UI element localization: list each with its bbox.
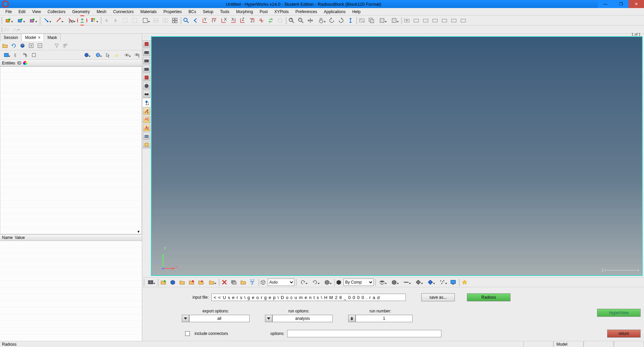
xz-front-tool[interactable]: X [219, 16, 228, 25]
shaded-cube-tool[interactable] [321, 278, 333, 287]
status-cell-model[interactable]: Model [553, 341, 584, 347]
capture5-tool[interactable] [440, 16, 449, 25]
vtool-11[interactable]: ABC [143, 124, 150, 132]
undo-tool[interactable] [297, 278, 309, 287]
color-tool[interactable] [88, 16, 99, 25]
spin-tool[interactable] [276, 16, 284, 25]
diamond2-tool[interactable] [425, 278, 436, 287]
expand-icon[interactable] [28, 42, 35, 49]
comp-folder1-tool[interactable] [159, 278, 168, 287]
run-number-value[interactable]: 1 [356, 315, 413, 322]
system-collector-tool[interactable] [53, 16, 64, 25]
menu-bcs[interactable]: BCs [185, 8, 200, 15]
ppt-tool[interactable]: PPT [65, 16, 76, 25]
yz-left-tool[interactable]: Z [238, 16, 247, 25]
maximize-button[interactable]: ❐ [613, 0, 629, 8]
window-layout-tool[interactable] [140, 16, 151, 25]
filter-icon[interactable] [53, 42, 60, 49]
delete-tool[interactable] [220, 278, 229, 287]
vtool-9[interactable]: 10 [143, 107, 150, 115]
reverse-tool[interactable] [266, 16, 275, 25]
load-collector-tool[interactable] [41, 16, 52, 25]
comp-folder5-tool[interactable] [206, 278, 217, 287]
viewport-3d[interactable]: 1 of 1 Y X Z 2 [151, 36, 643, 276]
tab-session[interactable]: Session [0, 34, 22, 41]
properties-tool[interactable] [27, 16, 38, 25]
options-field[interactable] [287, 330, 441, 337]
status-cell-3[interactable] [584, 341, 614, 347]
zoom-out-tool[interactable]: - [297, 16, 305, 25]
menu-edit[interactable]: Edit [15, 8, 29, 15]
prev-view-tool[interactable] [191, 16, 200, 25]
highlight-tool[interactable] [113, 51, 120, 59]
menu-setup[interactable]: Setup [200, 8, 217, 15]
include-connectors-checkbox[interactable] [185, 331, 190, 336]
wire1-tool[interactable] [376, 278, 388, 287]
minimize-button[interactable]: — [598, 0, 613, 8]
radioss-button[interactable]: Radioss [467, 293, 511, 301]
vtool-1[interactable] [143, 40, 150, 48]
display-copy-tool[interactable] [367, 16, 376, 25]
back-tool[interactable] [102, 16, 111, 25]
fit-tool[interactable] [306, 16, 315, 25]
input-file-field[interactable] [211, 294, 406, 301]
menu-view[interactable]: View [29, 8, 44, 15]
tree2-tool[interactable] [21, 51, 29, 59]
curve2-tool[interactable] [11, 26, 21, 33]
rotate-right-tool[interactable] [337, 16, 345, 25]
wire2-tool[interactable] [388, 278, 400, 287]
hyperview-button[interactable]: HyperView [597, 309, 641, 317]
materials-tool[interactable] [15, 16, 26, 25]
refresh-icon[interactable] [10, 42, 17, 49]
menu-xyplots[interactable]: XYPlots [271, 8, 292, 15]
menu-applications[interactable]: Applications [320, 8, 349, 15]
display-paste-tool[interactable] [376, 16, 388, 25]
grid4-tool[interactable] [170, 16, 179, 25]
vtool-4[interactable] [143, 65, 150, 73]
show-cube2-tool[interactable] [93, 51, 103, 59]
tab-close-icon[interactable]: × [38, 35, 40, 40]
display-options-tool[interactable] [388, 16, 400, 25]
card-tool[interactable] [229, 278, 238, 287]
redo-tool[interactable] [309, 278, 321, 287]
sort-icon[interactable] [62, 42, 69, 49]
renumber-tool[interactable]: 123 [248, 278, 257, 287]
zoom-extents-tool[interactable] [182, 16, 191, 25]
comp-folder3-tool[interactable] [187, 278, 196, 287]
xz-back-tool[interactable]: X [229, 16, 237, 25]
folder-icon[interactable] [1, 42, 9, 49]
vtool-2[interactable] [143, 49, 150, 56]
namevalue-grid[interactable] [0, 241, 142, 341]
return-button[interactable]: return [607, 330, 641, 338]
tree-tool[interactable] [13, 51, 20, 59]
line-style-tool[interactable] [400, 278, 412, 287]
run-options-dropdown[interactable] [265, 315, 272, 322]
curve1-tool[interactable] [3, 26, 10, 33]
comp-cube-tool[interactable] [168, 278, 177, 287]
tree-expand-handle[interactable]: ▾ [136, 229, 142, 234]
vtool-13[interactable] [143, 141, 150, 148]
arrows-v-tool[interactable] [346, 16, 355, 25]
vtool-7[interactable] [143, 91, 150, 98]
capture1-tool[interactable] [402, 16, 411, 25]
yz-right-tool[interactable]: Z [248, 16, 256, 25]
export-options-value[interactable]: all [189, 315, 250, 322]
diamond1-tool[interactable] [413, 278, 424, 287]
split-v-tool[interactable] [161, 16, 170, 25]
page-tool[interactable] [121, 16, 129, 25]
menu-morphing[interactable]: Morphing [233, 8, 256, 15]
rotate-left-tool[interactable] [327, 16, 336, 25]
value-col[interactable]: Value [15, 235, 25, 240]
split-h-tool[interactable] [152, 16, 160, 25]
vtool-10[interactable]: ABC [143, 116, 150, 123]
menu-collectors[interactable]: Collectors [44, 8, 69, 15]
view-mode-tool[interactable] [1, 51, 11, 59]
run-number-spinner[interactable] [348, 315, 356, 322]
menu-mesh[interactable]: Mesh [93, 8, 110, 15]
collapse-icon[interactable] [36, 42, 44, 49]
forward-tool[interactable] [111, 16, 120, 25]
comp-folder2-tool[interactable] [178, 278, 186, 287]
vtool-8[interactable]: 123 [143, 99, 150, 106]
menu-materials[interactable]: Materials [137, 8, 160, 15]
id-col[interactable]: ID [17, 61, 21, 65]
